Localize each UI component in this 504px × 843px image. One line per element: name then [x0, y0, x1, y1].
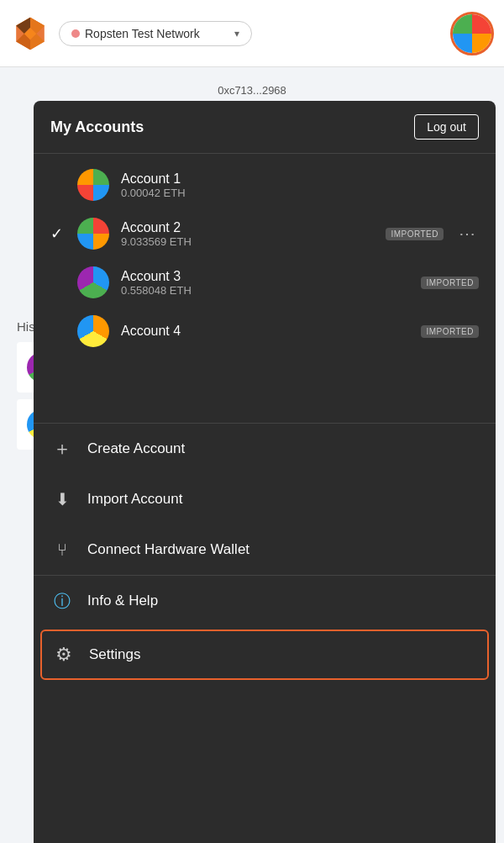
- account-item-3[interactable]: Account 3 0.558048 ETH IMPORTED: [34, 258, 496, 307]
- connect-hardware-item[interactable]: ⑂ Connect Hardware Wallet: [34, 524, 496, 575]
- panel-header: My Accounts Log out: [34, 101, 496, 154]
- import-account-label: Import Account: [87, 491, 182, 508]
- account-item-1[interactable]: Account 1 0.00042 ETH: [34, 161, 496, 209]
- connect-hardware-label: Connect Hardware Wallet: [87, 541, 249, 558]
- imported-badge-4: IMPORTED: [421, 325, 479, 338]
- info-help-item[interactable]: ⓘ Info & Help: [34, 576, 496, 626]
- accounts-panel: My Accounts Log out Account 1 0.00042 ET…: [34, 101, 496, 843]
- account-balance-3: 0.558048 ETH: [121, 284, 409, 297]
- network-status-dot: [71, 29, 80, 38]
- chevron-down-icon: ▾: [234, 28, 239, 40]
- account-name-4: Account 4: [121, 324, 409, 339]
- settings-gear-icon: ⚙: [52, 643, 76, 666]
- imported-badge-2: IMPORTED: [386, 228, 444, 240]
- account-info-1: Account 1 0.00042 ETH: [121, 171, 479, 199]
- network-selector[interactable]: Ropsten Test Network ▾: [59, 21, 252, 46]
- info-help-label: Info & Help: [87, 593, 158, 609]
- account-info-4: Account 4: [121, 324, 409, 339]
- account-info-3: Account 3 0.558048 ETH: [121, 269, 409, 297]
- account-balance-2: 9.033569 ETH: [121, 235, 374, 248]
- create-account-label: Create Account: [87, 440, 185, 457]
- account-item-2[interactable]: ✓ Account 2 9.033569 ETH IMPORTED ⋯: [34, 209, 496, 258]
- account-info-2: Account 2 9.033569 ETH: [121, 220, 374, 248]
- import-account-item[interactable]: ⬇ Import Account: [34, 474, 496, 524]
- account-avatar-4: [77, 315, 109, 347]
- account-avatar-2: [77, 218, 109, 250]
- selected-checkmark-2: ✓: [50, 224, 66, 243]
- import-icon: ⬇: [50, 487, 74, 511]
- settings-item[interactable]: ⚙ Settings: [40, 630, 489, 680]
- info-icon: ⓘ: [50, 589, 74, 613]
- topbar: Ropsten Test Network ▾: [0, 0, 504, 67]
- account-item-4[interactable]: Account 4 IMPORTED: [34, 307, 496, 356]
- create-account-item[interactable]: ＋ Create Account: [34, 424, 496, 474]
- account-balance-1: 0.00042 ETH: [121, 187, 479, 199]
- network-name-label: Ropsten Test Network: [85, 27, 229, 40]
- plus-icon: ＋: [50, 437, 74, 461]
- account-name-1: Account 1: [121, 171, 479, 187]
- panel-title: My Accounts: [50, 119, 144, 136]
- more-options-icon-2[interactable]: ⋯: [455, 224, 479, 244]
- account-avatar-3: [77, 266, 109, 298]
- settings-label: Settings: [89, 646, 140, 663]
- imported-badge-3: IMPORTED: [421, 277, 479, 289]
- logout-button[interactable]: Log out: [414, 114, 479, 140]
- account-avatar-button[interactable]: [450, 12, 494, 55]
- account-name-2: Account 2: [121, 220, 374, 235]
- account-name-3: Account 3: [121, 269, 409, 284]
- account-address-label: 0xc713...2968: [17, 84, 487, 97]
- account-avatar-1: [77, 169, 109, 201]
- accounts-list: Account 1 0.00042 ETH ✓ Account 2 9.0335…: [34, 154, 496, 423]
- metamask-logo-icon: [10, 13, 50, 54]
- hardware-wallet-icon: ⑂: [50, 538, 74, 561]
